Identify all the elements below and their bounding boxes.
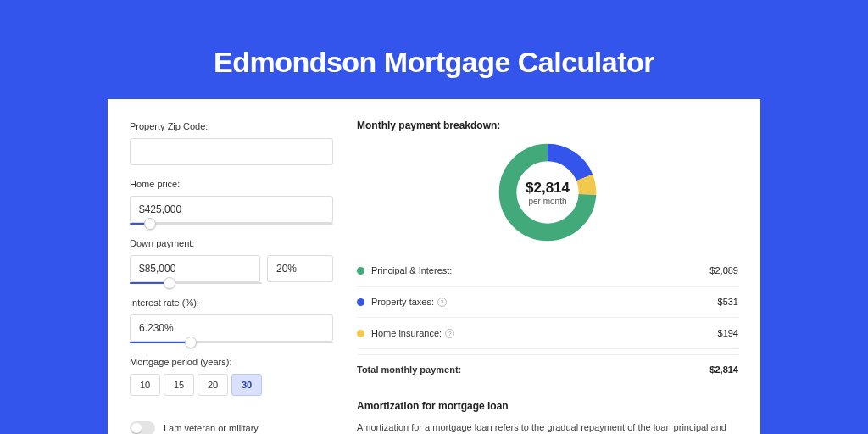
info-icon[interactable]: ?	[445, 329, 454, 338]
down-block: Down payment:	[130, 236, 333, 284]
inputs-panel: Property Zip Code: Home price: Down paym…	[130, 120, 333, 434]
rate-slider[interactable]	[130, 342, 333, 343]
veteran-row: I am veteran or military	[130, 421, 333, 434]
legend-row: Principal & Interest:$2,089	[357, 257, 738, 284]
down-percent-input[interactable]	[267, 255, 333, 282]
donut-center: $2,814 per month	[495, 140, 600, 245]
zip-input[interactable]	[130, 138, 333, 165]
legend-value: $2,089	[709, 265, 738, 275]
rate-input[interactable]	[130, 314, 333, 342]
legend: Principal & Interest:$2,089Property taxe…	[357, 257, 738, 351]
period-option-30[interactable]: 30	[231, 374, 262, 396]
rate-slider-fill	[130, 342, 191, 343]
period-options: 10152030	[130, 374, 333, 396]
amortization-text: Amortization for a mortgage loan refers …	[357, 420, 738, 434]
donut-wrap: $2,814 per month	[357, 140, 738, 245]
legend-row: Property taxes:?$531	[357, 288, 738, 315]
separator	[357, 286, 738, 287]
legend-dot	[357, 330, 364, 337]
total-label: Total monthly payment:	[357, 364, 709, 375]
price-slider[interactable]	[130, 223, 333, 225]
breakdown-title: Monthly payment breakdown:	[357, 120, 738, 131]
separator	[357, 317, 738, 318]
veteran-label: I am veteran or military	[164, 423, 259, 433]
legend-label: Home insurance:?	[371, 328, 718, 338]
price-slider-thumb[interactable]	[144, 218, 156, 230]
period-option-15[interactable]: 15	[164, 374, 194, 396]
price-input[interactable]	[130, 196, 333, 223]
rate-slider-thumb[interactable]	[185, 337, 197, 348]
donut-amount: $2,814	[526, 180, 570, 197]
period-label: Mortgage period (years):	[130, 357, 333, 367]
down-slider[interactable]	[130, 282, 262, 284]
veteran-toggle[interactable]	[130, 421, 155, 434]
down-label: Down payment:	[130, 238, 333, 248]
period-block: Mortgage period (years): 10152030	[130, 355, 333, 396]
legend-label: Property taxes:?	[371, 297, 718, 307]
total-value: $2,814	[709, 364, 738, 375]
legend-value: $531	[718, 297, 738, 307]
donut-chart: $2,814 per month	[495, 140, 600, 245]
period-option-20[interactable]: 20	[198, 374, 228, 396]
veteran-toggle-knob	[131, 423, 142, 433]
down-amount-input[interactable]	[130, 255, 260, 282]
legend-value: $194	[718, 328, 738, 338]
rate-label: Interest rate (%):	[130, 298, 333, 308]
total-row: Total monthly payment: $2,814	[357, 354, 738, 383]
period-option-10[interactable]: 10	[130, 374, 160, 396]
zip-label: Property Zip Code:	[130, 121, 333, 131]
down-slider-thumb[interactable]	[164, 277, 175, 289]
amortization-title: Amortization for mortgage loan	[357, 400, 738, 412]
page-title: Edmondson Mortgage Calculator	[214, 46, 654, 79]
legend-dot	[357, 298, 364, 306]
price-label: Home price:	[130, 179, 333, 189]
separator	[357, 348, 738, 349]
rate-block: Interest rate (%):	[130, 296, 333, 343]
breakdown-panel: Monthly payment breakdown: $2,814 per mo…	[357, 120, 738, 434]
donut-sub: per month	[528, 197, 566, 206]
info-icon[interactable]: ?	[437, 298, 447, 307]
price-block: Home price:	[130, 177, 333, 225]
legend-label: Principal & Interest:	[371, 265, 709, 275]
legend-row: Home insurance:?$194	[357, 320, 738, 347]
legend-dot	[357, 267, 364, 275]
calculator-card: Property Zip Code: Home price: Down paym…	[108, 99, 760, 434]
zip-block: Property Zip Code:	[130, 120, 333, 165]
